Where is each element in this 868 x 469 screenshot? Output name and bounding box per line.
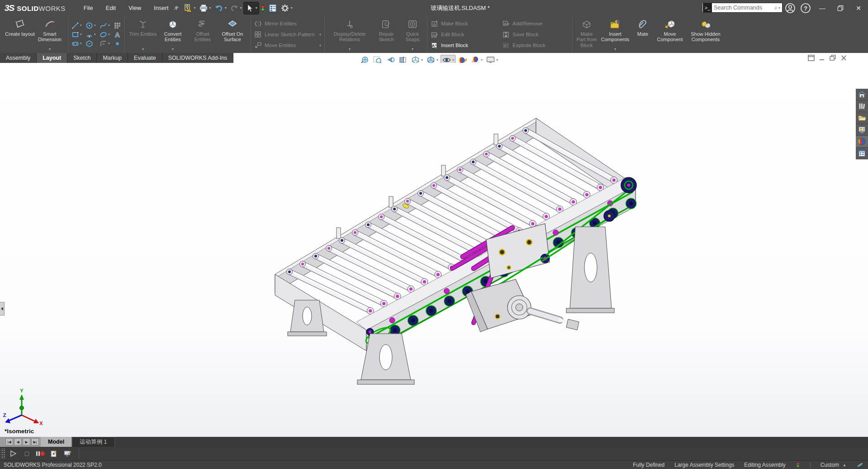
menu-pin-icon[interactable] bbox=[173, 5, 180, 11]
tab-markup[interactable]: Markup bbox=[97, 53, 128, 63]
spline-tool-button[interactable]: ▾ bbox=[100, 22, 111, 29]
panel-collapse-tab[interactable] bbox=[0, 302, 5, 316]
task-pane-home-button[interactable] bbox=[856, 89, 868, 100]
slot-tool-button[interactable]: ▾ bbox=[71, 40, 83, 48]
mate-button[interactable]: Mate bbox=[633, 16, 653, 53]
last-study-button[interactable]: ▶| bbox=[31, 438, 39, 445]
show-hidden-components-button[interactable]: Show Hidden Components bbox=[687, 16, 724, 53]
animation-wizard-button[interactable] bbox=[48, 448, 60, 459]
options-button[interactable]: ▾ bbox=[279, 2, 294, 14]
search-input[interactable] bbox=[714, 5, 774, 11]
arc-tool-icon bbox=[85, 31, 93, 38]
select-tool-button[interactable]: ▾ bbox=[244, 2, 259, 14]
help-button[interactable]: ? bbox=[800, 3, 811, 14]
mirror-entities-button[interactable]: Mirror Entities bbox=[254, 19, 321, 28]
quick-access-toolbar: ! ▾ ▾ ▾ ▾ ▾ ▾ bbox=[182, 2, 294, 14]
move-entities-button[interactable]: Move Entities ▾ bbox=[254, 41, 321, 50]
file-properties-button[interactable] bbox=[267, 2, 279, 14]
smart-dimension-button[interactable]: Smart Dimension ▾ bbox=[35, 16, 65, 53]
quick-snaps-button[interactable]: Quick Snaps ▾ bbox=[401, 16, 424, 53]
ribbon-group-pattern-tools: Mirror Entities Linear Sketch Pattern ▾ … bbox=[251, 16, 325, 53]
task-pane-appearances-button[interactable] bbox=[856, 136, 868, 148]
make-block-button[interactable]: A Make Block bbox=[431, 19, 498, 28]
fully-defined-status: Fully Defined bbox=[633, 462, 664, 468]
move-entities-icon bbox=[254, 42, 262, 49]
insert-components-button[interactable]: Insert Components ▾ bbox=[598, 16, 633, 53]
prev-study-button[interactable]: ◀ bbox=[14, 438, 22, 445]
offset-entities-button[interactable]: Offset Entities bbox=[188, 16, 218, 53]
graphics-area[interactable]: Y X Z *Isometric bbox=[0, 63, 868, 437]
point-tool-button[interactable] bbox=[114, 40, 121, 48]
arc-tool-button[interactable]: ▾ bbox=[85, 31, 97, 38]
quick-tips-globe-icon[interactable] bbox=[856, 462, 863, 468]
move-component-button[interactable]: Move Component bbox=[653, 16, 687, 53]
motion-study-tab[interactable]: 运动算例 1 bbox=[72, 437, 114, 447]
tab-assembly[interactable]: Assembly bbox=[0, 53, 37, 63]
status-traffic-light-icon[interactable] bbox=[796, 462, 800, 468]
explode-block-button[interactable]: A° Explode Block bbox=[502, 41, 569, 50]
display-delete-relations-button[interactable]: Display/Delete Relations ▾ bbox=[328, 16, 371, 53]
tab-evaluate[interactable]: Evaluate bbox=[128, 53, 162, 63]
save-animation-button[interactable] bbox=[62, 448, 73, 459]
svg-text:A: A bbox=[433, 22, 436, 26]
play-button[interactable] bbox=[7, 448, 19, 459]
add-remove-button[interactable]: A Add/Remove bbox=[502, 19, 569, 28]
doc-close-icon[interactable] bbox=[840, 55, 847, 61]
rebuild-button[interactable] bbox=[259, 2, 266, 14]
doc-minimize-icon[interactable] bbox=[819, 55, 825, 61]
task-pane-custom-properties-button[interactable] bbox=[856, 148, 868, 159]
tab-sketch[interactable]: Sketch bbox=[67, 53, 97, 63]
home-icon bbox=[858, 90, 866, 99]
search-commands-box[interactable]: >_ ⌕ ▾ bbox=[702, 3, 783, 13]
tab-layout[interactable]: Layout bbox=[37, 53, 67, 63]
offset-on-surface-button[interactable]: Offset On Surface bbox=[218, 16, 247, 53]
text-tool-button[interactable]: A bbox=[114, 31, 121, 38]
task-pane-file-explorer-button[interactable] bbox=[856, 112, 868, 124]
stop-button[interactable] bbox=[21, 448, 33, 459]
edit-block-button[interactable]: A Edit Block bbox=[431, 30, 498, 39]
sketch-pattern-button[interactable] bbox=[114, 22, 121, 29]
new-window-icon[interactable] bbox=[808, 55, 815, 61]
trim-entities-button[interactable]: Trim Entities ▾ bbox=[128, 16, 158, 53]
doc-restore-icon[interactable] bbox=[830, 55, 836, 61]
user-account-button[interactable] bbox=[785, 3, 796, 14]
ribbon-group-sketch-tools: ▾ ▾ ▾ ▾ ▾ ▾ A ▾ ▾ bbox=[68, 16, 125, 53]
menu-insert[interactable]: Insert bbox=[148, 3, 174, 13]
line-tool-button[interactable]: ▾ bbox=[71, 22, 83, 29]
toolbar-drag-handle[interactable] bbox=[1, 448, 5, 459]
task-pane-view-palette-button[interactable] bbox=[856, 124, 868, 136]
save-block-button[interactable]: Save Block bbox=[502, 30, 569, 39]
print-button[interactable]: ▾ bbox=[198, 2, 213, 14]
menu-edit[interactable]: Edit bbox=[100, 3, 121, 13]
make-part-from-block-button[interactable]: Make Part from Block bbox=[576, 16, 598, 53]
next-study-button[interactable]: ▶ bbox=[23, 438, 30, 445]
ellipse-tool-button[interactable]: ▾ bbox=[100, 31, 111, 38]
large-assembly-settings-status[interactable]: Large Assembly Settings bbox=[674, 462, 734, 468]
insert-block-button[interactable]: A° Insert Block bbox=[431, 41, 498, 50]
search-dropdown-icon[interactable]: ▾ bbox=[778, 6, 782, 10]
task-pane-design-library-button[interactable] bbox=[856, 100, 868, 112]
menu-file[interactable]: File bbox=[78, 3, 99, 13]
model-tab[interactable]: Model bbox=[41, 437, 72, 447]
save-animation-icon bbox=[63, 450, 71, 458]
convert-entities-button[interactable]: Convert Entities ▾ bbox=[158, 16, 188, 53]
configuration-selector[interactable]: Custom ▲ bbox=[821, 462, 846, 468]
polygon-tool-button[interactable] bbox=[85, 40, 97, 48]
menu-view[interactable]: View bbox=[123, 3, 147, 13]
rectangle-tool-button[interactable]: ▾ bbox=[71, 31, 83, 38]
repair-sketch-button[interactable]: Repair Sketch bbox=[371, 16, 401, 53]
minimize-button[interactable]: — bbox=[816, 2, 829, 14]
search-icon[interactable]: ⌕ bbox=[774, 4, 778, 11]
restore-button[interactable] bbox=[834, 2, 847, 14]
fillet-tool-button[interactable]: ▾ bbox=[100, 40, 111, 48]
redo-button[interactable]: ▾ bbox=[228, 2, 243, 14]
certificate-key-button[interactable]: ! ▾ bbox=[182, 2, 197, 14]
close-button[interactable]: ✕ bbox=[852, 2, 865, 14]
linear-sketch-pattern-button[interactable]: Linear Sketch Pattern ▾ bbox=[254, 30, 321, 39]
create-layout-button[interactable]: Create layout bbox=[5, 16, 35, 53]
first-study-button[interactable]: |◀ bbox=[5, 438, 13, 445]
record-button[interactable] bbox=[34, 448, 46, 459]
circle-tool-button[interactable]: ▾ bbox=[85, 22, 97, 29]
undo-button[interactable]: ▾ bbox=[213, 2, 228, 14]
tab-solidworks-add-ins[interactable]: SOLIDWORKS Add-Ins bbox=[162, 53, 234, 63]
